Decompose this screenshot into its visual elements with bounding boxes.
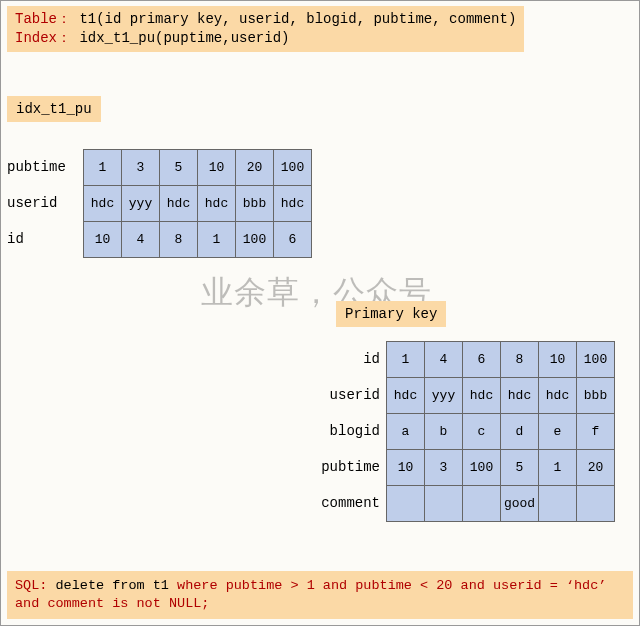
cell: 10 — [387, 450, 425, 486]
table-row: 10 3 100 5 1 20 — [387, 450, 615, 486]
cell: 4 — [425, 342, 463, 378]
cell: hdc — [274, 186, 312, 222]
cell: yyy — [425, 378, 463, 414]
primary-key-row-labels: id userid blogid pubtime comment — [320, 341, 380, 521]
row-label: userid — [320, 377, 380, 413]
row-label: userid — [7, 185, 77, 221]
cell — [387, 486, 425, 522]
cell: 5 — [501, 450, 539, 486]
cell: hdc — [84, 186, 122, 222]
cell: 1 — [387, 342, 425, 378]
cell: c — [463, 414, 501, 450]
cell — [577, 486, 615, 522]
cell: hdc — [501, 378, 539, 414]
cell: 20 — [236, 150, 274, 186]
cell: 4 — [122, 222, 160, 258]
cell: e — [539, 414, 577, 450]
row-label: pubtime — [320, 449, 380, 485]
table-def-text: t1(id primary key, userid, blogid, pubti… — [71, 11, 516, 27]
cell: 5 — [160, 150, 198, 186]
row-label: comment — [320, 485, 380, 521]
cell: hdc — [160, 186, 198, 222]
cell: hdc — [198, 186, 236, 222]
table-keyword: Table： — [15, 11, 71, 27]
secondary-index-row-labels: pubtime userid id — [7, 149, 77, 257]
secondary-index-block: pubtime userid id 1 3 5 10 20 100 hdc yy… — [7, 149, 312, 258]
cell: bbb — [577, 378, 615, 414]
cell: d — [501, 414, 539, 450]
cell: 10 — [539, 342, 577, 378]
table-row: good — [387, 486, 615, 522]
primary-key-table: 1 4 6 8 10 100 hdc yyy hdc hdc hdc bbb a… — [386, 341, 615, 522]
cell: 8 — [501, 342, 539, 378]
cell — [425, 486, 463, 522]
cell: hdc — [387, 378, 425, 414]
cell: b — [425, 414, 463, 450]
table-row: 1 4 6 8 10 100 — [387, 342, 615, 378]
secondary-index-label: idx_t1_pu — [7, 96, 101, 122]
cell: 1 — [84, 150, 122, 186]
cell: 6 — [463, 342, 501, 378]
cell: 6 — [274, 222, 312, 258]
secondary-index-table: 1 3 5 10 20 100 hdc yyy hdc hdc bbb hdc … — [83, 149, 312, 258]
table-row: 1 3 5 10 20 100 — [84, 150, 312, 186]
cell: 100 — [274, 150, 312, 186]
cell: 10 — [84, 222, 122, 258]
sql-text: delete from t1 — [47, 578, 177, 593]
table-row: hdc yyy hdc hdc bbb hdc — [84, 186, 312, 222]
cell: bbb — [236, 186, 274, 222]
cell: yyy — [122, 186, 160, 222]
index-def-text: idx_t1_pu(puptime,userid) — [71, 30, 289, 46]
cell: 100 — [577, 342, 615, 378]
row-label: pubtime — [7, 149, 77, 185]
cell: good — [501, 486, 539, 522]
sql-statement-block: SQL: delete from t1 where pubtime > 1 an… — [7, 571, 633, 619]
cell: hdc — [539, 378, 577, 414]
table-definition-line: Table： t1(id primary key, userid, blogid… — [15, 10, 516, 29]
cell: 100 — [236, 222, 274, 258]
sql-keyword: SQL: — [15, 578, 47, 593]
cell: 3 — [122, 150, 160, 186]
cell — [463, 486, 501, 522]
primary-key-block: id userid blogid pubtime comment 1 4 6 8… — [320, 341, 615, 522]
index-keyword: Index： — [15, 30, 71, 46]
table-row: a b c d e f — [387, 414, 615, 450]
cell: 3 — [425, 450, 463, 486]
cell: 10 — [198, 150, 236, 186]
cell: 1 — [198, 222, 236, 258]
row-label: id — [7, 221, 77, 257]
cell: a — [387, 414, 425, 450]
cell: 20 — [577, 450, 615, 486]
cell: 8 — [160, 222, 198, 258]
table-row: 10 4 8 1 100 6 — [84, 222, 312, 258]
index-definition-line: Index： idx_t1_pu(puptime,userid) — [15, 29, 516, 48]
cell: hdc — [463, 378, 501, 414]
cell: f — [577, 414, 615, 450]
row-label: blogid — [320, 413, 380, 449]
cell — [539, 486, 577, 522]
cell: 100 — [463, 450, 501, 486]
table-row: hdc yyy hdc hdc hdc bbb — [387, 378, 615, 414]
primary-key-label: Primary key — [336, 301, 446, 327]
row-label: id — [320, 341, 380, 377]
cell: 1 — [539, 450, 577, 486]
schema-definition-block: Table： t1(id primary key, userid, blogid… — [7, 6, 524, 52]
